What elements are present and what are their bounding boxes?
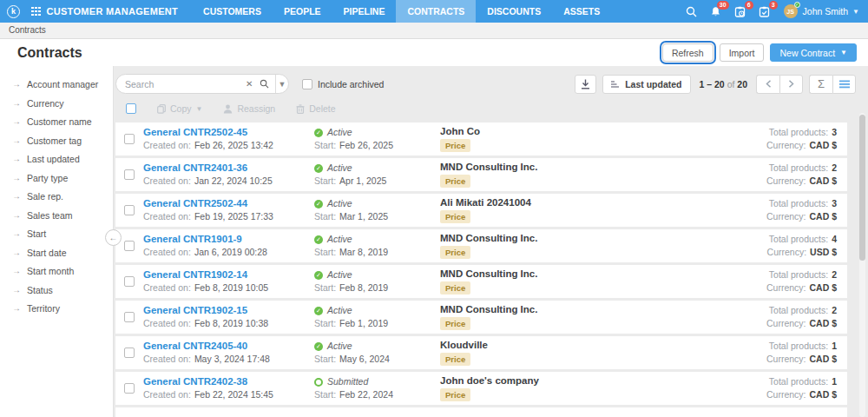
sidebar-filter-item[interactable]: Party type xyxy=(0,173,113,183)
table-row[interactable]: General CNTR2402-38 Created on:Feb 22, 2… xyxy=(115,372,847,405)
pagination-of: of xyxy=(727,79,735,89)
customer-cell: John doe's company Price xyxy=(440,375,766,401)
table-row[interactable]: General CNTR2405-40 Created on:May 3, 20… xyxy=(115,336,847,369)
created-on-label: Created on: xyxy=(143,247,191,258)
status-icon xyxy=(314,271,323,280)
nav-menu-item[interactable]: ASSETS xyxy=(552,0,611,23)
notifications-bell-icon[interactable]: 30 xyxy=(710,6,721,17)
created-on-value: Feb 26, 2025 13:42 xyxy=(194,140,273,151)
row-checkbox[interactable] xyxy=(124,205,135,215)
sidebar-collapse-button[interactable]: ← xyxy=(105,229,122,246)
export-download-button[interactable] xyxy=(575,75,596,94)
list-scrollbar xyxy=(859,113,865,417)
table-row[interactable]: General CNTR2502-44 Created on:Feb 19, 2… xyxy=(115,194,847,227)
reassign-button[interactable]: Reassign xyxy=(223,103,275,114)
price-badge: Price xyxy=(440,139,470,152)
status-text: Active xyxy=(327,341,352,352)
contract-link[interactable]: General CNTR2502-45 xyxy=(143,127,247,138)
next-page-button[interactable] xyxy=(779,75,803,94)
user-avatar[interactable]: JS ✓ xyxy=(784,4,798,18)
select-all-checkbox[interactable] xyxy=(126,103,136,114)
contract-link[interactable]: General CNTR2405-40 xyxy=(143,341,247,352)
clear-search-icon[interactable]: ✕ xyxy=(242,79,256,89)
app-logo[interactable]: k xyxy=(7,5,20,18)
arrow-right-icon xyxy=(12,191,21,202)
new-contract-button[interactable]: New Contract ▼ xyxy=(770,43,857,62)
copy-button[interactable]: Copy ▼ xyxy=(157,103,202,114)
tasks-clipboard-icon[interactable]: 6 xyxy=(734,6,746,17)
sidebar-filter-item[interactable]: Sales team xyxy=(0,210,113,221)
include-archived-checkbox[interactable] xyxy=(302,79,312,89)
sidebar-filter-item[interactable]: Account manager xyxy=(0,79,113,89)
arrow-right-icon xyxy=(12,228,21,239)
summary-sigma-button[interactable]: Σ xyxy=(809,75,832,94)
import-button[interactable]: Import xyxy=(720,43,765,62)
table-row[interactable]: General CNTR2502-45 Created on:Feb 26, 2… xyxy=(115,122,847,156)
apps-grid-icon[interactable] xyxy=(31,7,41,17)
include-archived-label[interactable]: Include archived xyxy=(318,79,384,89)
status-text: Active xyxy=(327,269,352,281)
nav-menu-item[interactable]: CUSTOMERS xyxy=(192,0,273,23)
user-menu-chevron-icon[interactable]: ▼ xyxy=(852,8,859,16)
scrollbar-thumb[interactable] xyxy=(859,115,865,261)
start-label: Start: xyxy=(314,318,336,329)
sidebar-filter-item[interactable]: Territory xyxy=(0,303,113,314)
previous-page-button[interactable] xyxy=(756,75,779,94)
table-row[interactable]: General CNTR1902-15 Created on:Feb 8, 20… xyxy=(115,301,847,334)
search-icon[interactable] xyxy=(686,6,697,17)
tasks-badge: 6 xyxy=(745,1,753,10)
start-value: Apr 1, 2025 xyxy=(339,175,386,187)
table-row[interactable]: General CNTR1902-14 Created on:Feb 8, 20… xyxy=(115,265,847,298)
notifications-badge: 30 xyxy=(717,1,729,10)
row-checkbox[interactable] xyxy=(124,134,135,144)
table-row[interactable]: General CNTR1901-9 Created on:Jan 6, 201… xyxy=(115,229,847,262)
contract-link[interactable]: General CNTR2502-44 xyxy=(143,198,247,209)
row-checkbox[interactable] xyxy=(124,312,135,322)
status-icon xyxy=(314,307,323,315)
nav-menu-item[interactable]: PIPELINE xyxy=(332,0,397,23)
row-checkbox[interactable] xyxy=(124,348,135,358)
nav-menu-item[interactable]: CONTRACTS xyxy=(396,0,476,23)
sidebar-filter-item[interactable]: Currency xyxy=(0,98,113,109)
search-input[interactable] xyxy=(116,79,242,89)
row-checkbox[interactable] xyxy=(124,276,135,287)
sidebar-filter-item[interactable]: Start xyxy=(0,228,113,239)
price-badge: Price xyxy=(440,246,470,259)
nav-menu-item[interactable]: DISCOUNTS xyxy=(476,0,552,23)
search-submit-icon[interactable] xyxy=(256,79,273,89)
user-name[interactable]: John Smith xyxy=(803,6,849,17)
contract-link[interactable]: General CNTR1902-15 xyxy=(143,305,247,316)
copy-chevron-icon: ▼ xyxy=(196,105,203,113)
arrow-right-icon xyxy=(12,79,21,89)
table-row[interactable]: General CNTR2401-36 Created on:Jan 22, 2… xyxy=(115,158,847,191)
row-checkbox[interactable] xyxy=(124,169,135,180)
sidebar-filter-item[interactable]: Status xyxy=(0,285,113,295)
main-area: Account manager Currency Customer name C… xyxy=(0,66,868,417)
contract-link[interactable]: General CNTR2401-36 xyxy=(143,162,247,174)
breadcrumb-item[interactable]: Contracts xyxy=(9,25,46,35)
sidebar-filter-item[interactable]: Start month xyxy=(0,266,113,276)
approvals-clipboard-icon[interactable]: 3 xyxy=(759,6,770,17)
contract-link[interactable]: General CNTR1901-9 xyxy=(143,234,242,245)
delete-button-label: Delete xyxy=(309,103,335,114)
row-checkbox[interactable] xyxy=(124,241,135,251)
sidebar-filter-item[interactable]: Customer name xyxy=(0,116,113,127)
refresh-button[interactable]: Refresh xyxy=(662,43,713,62)
filter-sidebar: Account manager Currency Customer name C… xyxy=(0,66,114,417)
list-view-button[interactable] xyxy=(832,75,856,94)
created-on-value: Feb 19, 2025 17:33 xyxy=(194,211,273,222)
sidebar-filter-item[interactable]: Customer tag xyxy=(0,136,113,146)
sidebar-filter-item[interactable]: Last updated xyxy=(0,154,113,164)
search-options-chevron-icon[interactable]: ▼ xyxy=(276,80,288,89)
status-text: Active xyxy=(327,127,352,138)
delete-button[interactable]: Delete xyxy=(296,103,335,114)
nav-menu-item[interactable]: PEOPLE xyxy=(273,0,332,23)
start-value: Feb 26, 2025 xyxy=(339,140,393,151)
sort-button[interactable]: Last updated xyxy=(602,75,690,94)
sidebar-filter-item[interactable]: Sale rep. xyxy=(0,191,113,202)
row-checkbox[interactable] xyxy=(124,383,135,394)
contract-link[interactable]: General CNTR1902-14 xyxy=(143,269,247,281)
start-value: Mar 8, 2019 xyxy=(339,247,388,258)
contract-link[interactable]: General CNTR2402-38 xyxy=(143,376,247,387)
sidebar-filter-item[interactable]: Start date xyxy=(0,248,113,258)
